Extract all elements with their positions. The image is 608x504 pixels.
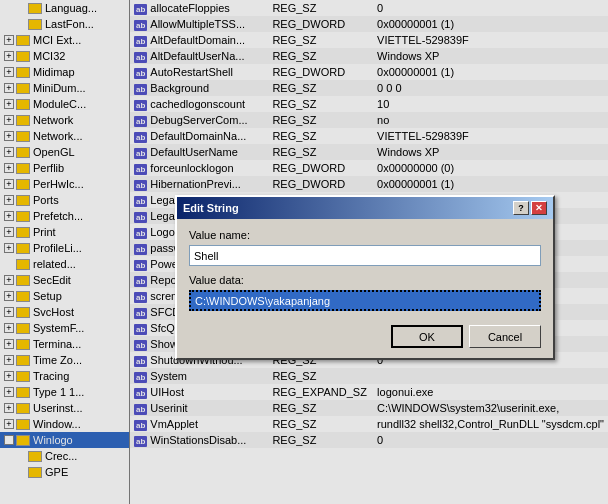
dialog-close-button[interactable]: ✕: [531, 201, 547, 215]
dialog-title-buttons: ? ✕: [513, 201, 547, 215]
edit-string-dialog: Edit String ? ✕ Value name: Value data: …: [175, 195, 555, 360]
dialog-titlebar: Edit String ? ✕: [177, 197, 553, 219]
ok-button[interactable]: OK: [391, 325, 463, 348]
value-data-input[interactable]: [189, 290, 541, 311]
cancel-button[interactable]: Cancel: [469, 325, 541, 348]
value-data-label: Value data:: [189, 274, 541, 286]
registry-editor: Languag...LastFon...+MCI Ext...+MCI32+Mi…: [0, 0, 608, 504]
value-name-label: Value name:: [189, 229, 541, 241]
dialog-body: Value name: Value data: OK Cancel: [177, 219, 553, 358]
dialog-buttons: OK Cancel: [189, 325, 541, 348]
value-name-input[interactable]: [189, 245, 541, 266]
dialog-title: Edit String: [183, 202, 239, 214]
modal-overlay: Edit String ? ✕ Value name: Value data: …: [0, 0, 608, 504]
dialog-help-button[interactable]: ?: [513, 201, 529, 215]
